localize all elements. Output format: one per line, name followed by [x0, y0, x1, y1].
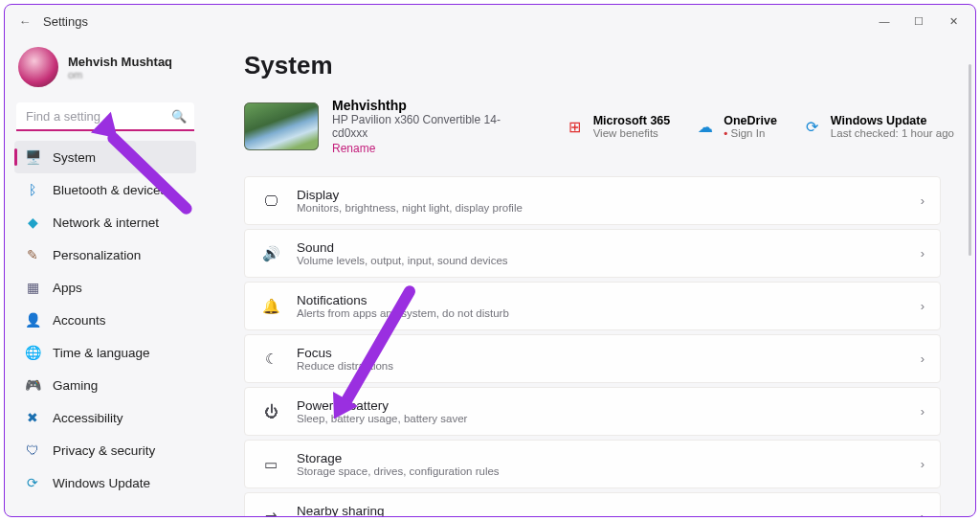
nav-label: Accessibility [53, 411, 123, 425]
item-title: Nearby sharing [297, 504, 905, 516]
tile-microsoft-[interactable]: ⊞Microsoft 365View benefits [565, 114, 671, 139]
sidebar-item-time-language[interactable]: 🌐Time & language [14, 336, 196, 369]
main-content: System Mehvishthp HP Pavilion x360 Conve… [204, 37, 975, 516]
nav-icon: ▦ [24, 279, 41, 296]
tile-onedrive[interactable]: ☁OneDriveSign In [695, 114, 777, 139]
tile-label: OneDrive [724, 114, 777, 127]
nav-label: Apps [53, 281, 82, 295]
scrollbar[interactable] [969, 64, 971, 256]
nav-icon: ✖ [24, 409, 41, 426]
sidebar-item-accounts[interactable]: 👤Accounts [14, 304, 196, 336]
item-title: Focus [297, 346, 905, 360]
item-icon: ⇄ [260, 509, 281, 517]
item-icon: ☾ [260, 351, 281, 368]
nav-label: Privacy & security [53, 443, 155, 458]
settings-window: ← Settings ― ☐ ✕ Mehvish Mushtaq om 🔍 🖥️… [4, 4, 976, 517]
nav-label: System [53, 150, 96, 165]
chevron-right-icon: › [921, 404, 924, 419]
chevron-right-icon: › [921, 193, 924, 208]
nav-label: Bluetooth & devices [53, 183, 167, 197]
chevron-right-icon: › [921, 246, 924, 260]
back-icon[interactable]: ← [12, 14, 37, 29]
sidebar-item-gaming[interactable]: 🎮Gaming [14, 369, 196, 401]
nav-label: Accounts [53, 313, 106, 328]
tile-icon: ⟳ [802, 116, 823, 137]
item-icon: 🔊 [260, 245, 281, 262]
item-title: Storage [297, 451, 905, 465]
item-icon: 🖵 [260, 193, 281, 209]
sidebar-item-windows-update[interactable]: ⟳Windows Update [14, 466, 196, 499]
setting-item-nearby-sharing[interactable]: ⇄Nearby sharingDiscoverability, received… [244, 492, 941, 516]
tile-label: Windows Update [831, 114, 954, 127]
chevron-right-icon: › [921, 457, 924, 471]
user-profile[interactable]: Mehvish Mushtaq om [14, 43, 196, 97]
avatar [18, 47, 58, 87]
item-subtitle: Storage space, drives, configuration rul… [297, 465, 905, 477]
item-title: Notifications [297, 293, 905, 307]
sidebar-item-personalization[interactable]: ✎Personalization [14, 238, 196, 271]
nav-icon: 🛡 [24, 442, 41, 459]
item-subtitle: Volume levels, output, input, sound devi… [297, 255, 905, 266]
item-title: Display [297, 188, 905, 202]
user-name: Mehvish Mushtaq [68, 55, 172, 69]
item-subtitle: Sleep, battery usage, battery saver [297, 413, 905, 424]
titlebar: ← Settings ― ☐ ✕ [5, 5, 975, 37]
nav-label: Network & internet [53, 215, 159, 230]
maximize-button[interactable]: ☐ [910, 15, 927, 28]
window-title: Settings [43, 14, 876, 29]
chevron-right-icon: › [921, 299, 924, 313]
nav-icon: 🌐 [24, 344, 41, 361]
nav-icon: ◆ [24, 214, 41, 231]
nav-icon: 🎮 [24, 376, 41, 394]
device-model: HP Pavilion x360 Convertible 14-cd0xxx [332, 113, 533, 140]
rename-link[interactable]: Rename [332, 142, 533, 155]
nav-label: Personalization [53, 248, 141, 262]
tile-icon: ⊞ [565, 116, 586, 137]
nav-label: Windows Update [53, 476, 150, 490]
tile-sub: View benefits [593, 127, 671, 139]
nav-icon: ⟳ [24, 474, 41, 491]
tile-sub: Last checked: 1 hour ago [831, 127, 954, 139]
item-title: Power & battery [297, 398, 905, 413]
window-controls: ― ☐ ✕ [876, 15, 962, 28]
device-name: Mehvishthp [332, 98, 533, 113]
tile-windows-update[interactable]: ⟳Windows UpdateLast checked: 1 hour ago [802, 114, 954, 139]
item-title: Sound [297, 240, 905, 255]
setting-item-sound[interactable]: 🔊SoundVolume levels, output, input, soun… [244, 229, 941, 278]
nav-icon: ᛒ [24, 181, 41, 198]
device-card: Mehvishthp HP Pavilion x360 Convertible … [244, 98, 954, 155]
nav-icon: ✎ [24, 246, 41, 263]
item-subtitle: Monitors, brightness, night light, displ… [297, 202, 905, 214]
setting-item-notifications[interactable]: 🔔NotificationsAlerts from apps and syste… [244, 282, 941, 330]
item-subtitle: Reduce distractions [297, 360, 905, 372]
tile-label: Microsoft 365 [593, 114, 671, 127]
nav-icon: 👤 [24, 311, 41, 328]
user-email: om [68, 69, 172, 80]
page-heading: System [244, 51, 954, 80]
nav-icon: 🖥️ [24, 148, 41, 166]
nav-label: Time & language [53, 346, 150, 360]
tile-icon: ☁ [695, 116, 716, 137]
sidebar-item-network-internet[interactable]: ◆Network & internet [14, 206, 196, 238]
device-image [244, 102, 319, 150]
nav-label: Gaming [53, 378, 98, 393]
item-icon: ▭ [260, 456, 281, 473]
setting-item-display[interactable]: 🖵DisplayMonitors, brightness, night ligh… [244, 176, 941, 225]
sidebar-item-accessibility[interactable]: ✖Accessibility [14, 401, 196, 434]
item-icon: ⏻ [260, 403, 281, 419]
sidebar-item-privacy-security[interactable]: 🛡Privacy & security [14, 434, 196, 466]
chevron-right-icon: › [921, 510, 924, 516]
sidebar-item-apps[interactable]: ▦Apps [14, 271, 196, 304]
minimize-button[interactable]: ― [876, 15, 893, 28]
setting-item-storage[interactable]: ▭StorageStorage space, drives, configura… [244, 440, 941, 488]
sidebar: Mehvish Mushtaq om 🔍 🖥️SystemᛒBluetooth … [5, 37, 204, 516]
setting-item-focus[interactable]: ☾FocusReduce distractions› [244, 334, 941, 383]
chevron-right-icon: › [921, 351, 924, 366]
close-button[interactable]: ✕ [945, 15, 962, 28]
tile-sub: Sign In [724, 127, 777, 139]
search-icon[interactable]: 🔍 [171, 109, 187, 124]
item-icon: 🔔 [260, 298, 281, 315]
